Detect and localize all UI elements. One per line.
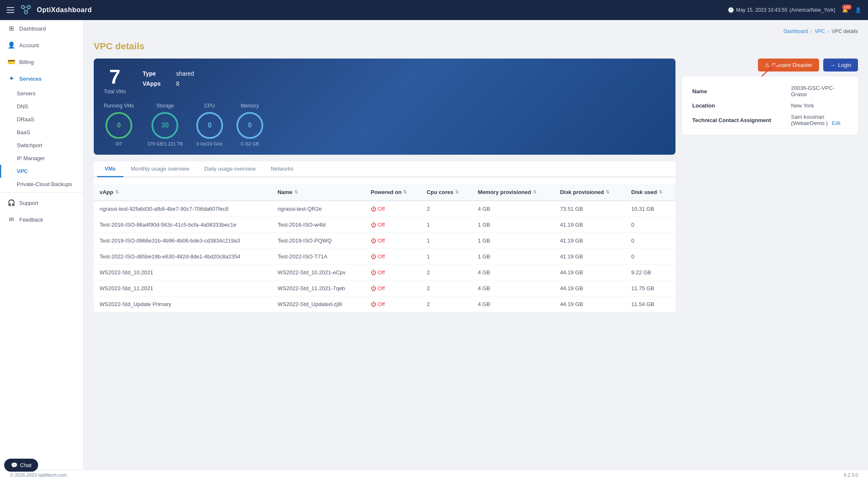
- login-button[interactable]: → Login: [823, 59, 858, 71]
- breadcrumb-sep-1: ›: [811, 28, 812, 34]
- sidebar-item-billing[interactable]: 💳 Billing: [0, 54, 83, 70]
- total-vms-block: 7 Total VMs: [104, 67, 126, 94]
- cell-disk-used: 9.22 GB: [625, 265, 675, 281]
- tab-vms[interactable]: VMs: [97, 161, 123, 177]
- table-row[interactable]: Test-2019-ISO-0966e31b-4b96-4b06-bde3-cd…: [94, 233, 675, 249]
- footer-copyright: © 2016-2023 opti9tech.com: [10, 472, 67, 477]
- cell-powered: ⏻ Off: [365, 233, 421, 249]
- support-icon: 🎧: [8, 199, 15, 207]
- table-body: ngrassi-test-92fa6d30-afb8-4be7-90c7-706…: [94, 201, 675, 312]
- cell-vapp: ngrassi-test-92fa6d30-afb8-4be7-90c7-706…: [94, 201, 272, 217]
- table-row[interactable]: WS2022-Std_Update Primary WS2022-Std_Upd…: [94, 296, 675, 312]
- breadcrumb-vpc[interactable]: VPC: [815, 28, 825, 34]
- services-icon: ✦: [8, 75, 15, 82]
- cell-powered: ⏻ Off: [365, 296, 421, 312]
- footer: © 2016-2023 opti9tech.com 6.2.3.0: [0, 470, 868, 480]
- sort-name-icon[interactable]: ⇅: [294, 189, 298, 195]
- sort-disk-prov-icon[interactable]: ⇅: [606, 189, 609, 195]
- declare-icon: ⚠: [765, 62, 770, 68]
- metric-storage-sub: 379 GB/1.221 TB: [147, 141, 183, 146]
- col-header-memory: Memory provisioned ⇅: [472, 184, 554, 201]
- cell-cpu: 2: [421, 201, 472, 217]
- cell-disk-prov: 41.19 GB: [554, 233, 625, 249]
- cell-memory: 1 GB: [472, 249, 554, 265]
- cell-memory: 4 GB: [472, 281, 554, 296]
- cell-name: WS2022-Std_11.2021-7qeb: [272, 281, 365, 296]
- sidebar-sub-vpc[interactable]: VPC: [0, 165, 83, 178]
- tab-monthly-usage[interactable]: Monthly usage overview: [123, 161, 197, 177]
- table-row[interactable]: Test-2022-ISO-d65be19b-e630-482d-8de1-4b…: [94, 249, 675, 265]
- breadcrumb-dashboard[interactable]: Dashboard: [783, 28, 808, 34]
- sidebar-item-account[interactable]: 👤 Account: [0, 37, 83, 54]
- sidebar-sub-private-cloud[interactable]: Private-Cloud Backups: [0, 178, 83, 191]
- notifications-bell[interactable]: 🔔 168: [842, 7, 848, 13]
- metric-memory: Memory 0 0 /32 GB: [236, 103, 263, 146]
- vpc-type-info: Type shared VApps 8: [143, 67, 194, 87]
- hamburger-button[interactable]: [7, 7, 14, 13]
- navbar-title: OptiXdashboard: [37, 6, 92, 14]
- metric-cpu: CPU 0 0 Hz/24 GHz: [196, 103, 223, 146]
- login-icon: →: [830, 62, 835, 68]
- table-row[interactable]: WS2022-Std_11.2021 WS2022-Std_11.2021-7q…: [94, 281, 675, 296]
- sidebar-item-services[interactable]: ✦ Services: [0, 70, 83, 87]
- table-row[interactable]: ngrassi-test-92fa6d30-afb8-4be7-90c7-706…: [94, 201, 675, 217]
- sidebar-item-support[interactable]: 🎧 Support: [0, 194, 83, 211]
- clock-icon: 🕐: [728, 7, 734, 13]
- sidebar-item-dashboard[interactable]: ⊞ Dashboard: [0, 20, 83, 37]
- metric-running-vms: Running VMs 0 0/7: [104, 103, 134, 146]
- col-header-vapp: vApp ⇅: [94, 184, 272, 201]
- vapps-label: VApps: [143, 80, 168, 87]
- tab-daily-usage[interactable]: Daily usage overview: [197, 161, 263, 177]
- navbar-right: 🕐 May 15, 2023 10:43:55 (America/New_Yor…: [728, 7, 861, 13]
- chat-button[interactable]: 💬 Chat: [4, 459, 38, 472]
- table-row[interactable]: WS2022-Std_10.2021 WS2022-Std_10.2021-eC…: [94, 265, 675, 281]
- sidebar-sub-switchport[interactable]: Switchport: [0, 139, 83, 152]
- chat-icon: 💬: [11, 462, 18, 468]
- content-area: 7 Total VMs Type shared VApps 8: [94, 59, 858, 312]
- user-profile-icon[interactable]: 👤: [855, 7, 861, 13]
- sidebar-sub-dns[interactable]: DNS: [0, 100, 83, 113]
- metric-cpu-label: CPU: [196, 103, 223, 109]
- sidebar: ⊞ Dashboard 👤 Account 💳 Billing ✦ Servic…: [0, 20, 84, 470]
- sidebar-item-feedback[interactable]: ✉ Feedback: [0, 211, 83, 228]
- main-content: Dashboard › VPC › VPC details VPC detail…: [84, 20, 868, 470]
- svg-point-1: [28, 5, 31, 8]
- vpc-location-label: Location: [692, 102, 784, 109]
- vpc-summary-top: 7 Total VMs Type shared VApps 8: [104, 67, 665, 94]
- sidebar-sub-servers[interactable]: Servers: [0, 87, 83, 100]
- metric-running-vms-sub: 0/7: [104, 141, 134, 146]
- sort-cpu-icon[interactable]: ⇅: [455, 189, 459, 195]
- col-header-disk-used: Disk used ⇅: [625, 184, 675, 201]
- cell-disk-prov: 41.19 GB: [554, 249, 625, 265]
- sort-disk-used-icon[interactable]: ⇅: [659, 189, 663, 195]
- sort-vapp-icon[interactable]: ⇅: [115, 189, 119, 195]
- breadcrumb-current: VPC details: [832, 28, 858, 34]
- cell-vapp: WS2022-Std_Update Primary: [94, 296, 272, 312]
- table-row[interactable]: Test-2016-ISO-86a4f90d-563c-41c5-bcfa-4a…: [94, 217, 675, 233]
- cell-vapp: Test-2016-ISO-86a4f90d-563c-41c5-bcfa-4a…: [94, 217, 272, 233]
- cell-powered: ⏻ Off: [365, 201, 421, 217]
- sort-powered-icon[interactable]: ⇅: [403, 189, 407, 195]
- tabs: VMs Monthly usage overview Daily usage o…: [94, 161, 675, 177]
- sidebar-sub-ip-manager[interactable]: IP Manager: [0, 152, 83, 165]
- vpc-name-label: Name: [692, 88, 784, 94]
- sort-memory-icon[interactable]: ⇅: [533, 189, 537, 195]
- tab-networks[interactable]: Networks: [263, 161, 301, 177]
- cell-memory: 1 GB: [472, 233, 554, 249]
- navbar: OptiXdashboard 🕐 May 15, 2023 10:43:55 (…: [0, 0, 868, 20]
- sidebar-sub-draas[interactable]: DRaaS: [0, 113, 83, 126]
- cell-memory: 1 GB: [472, 217, 554, 233]
- cell-vapp: Test-2019-ISO-0966e31b-4b96-4b06-bde3-cd…: [94, 233, 272, 249]
- sidebar-divider-1: [0, 192, 83, 193]
- vpc-info-contact-row: Technical Contact Assignment Sam koushan…: [692, 114, 848, 126]
- cell-name: ngrassi-test-QR2e: [272, 201, 365, 217]
- svg-point-2: [24, 11, 27, 14]
- vpc-contact-edit-link[interactable]: Edit: [832, 120, 841, 126]
- cell-memory: 4 GB: [472, 265, 554, 281]
- metric-memory-circle: 0: [236, 112, 263, 139]
- opti9-logo-icon: [18, 3, 33, 18]
- vpc-location-value: New York: [791, 102, 814, 109]
- metric-running-vms-circle: 0: [105, 112, 132, 139]
- declare-disaster-button[interactable]: ⚠ Declare Disaster: [758, 59, 819, 71]
- sidebar-sub-baas[interactable]: BaaS: [0, 126, 83, 139]
